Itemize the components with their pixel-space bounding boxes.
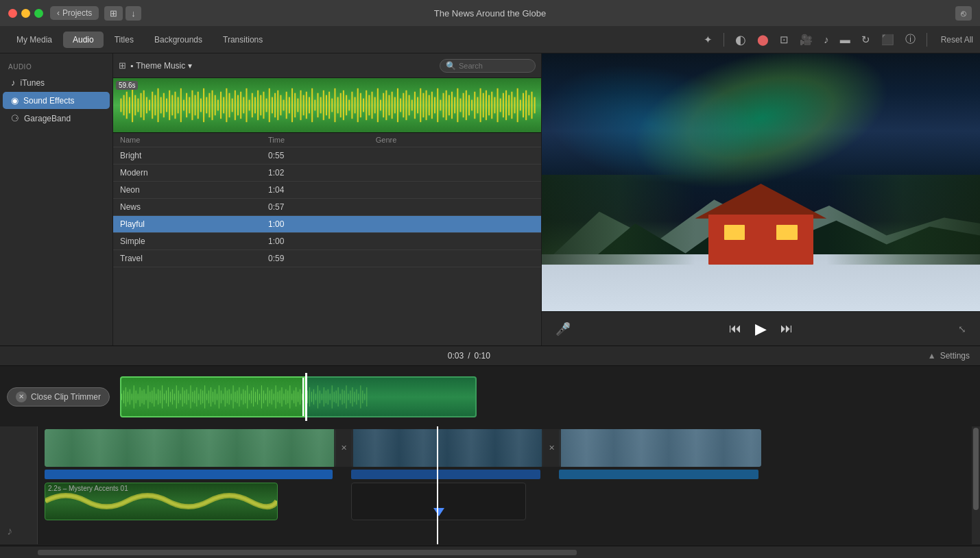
svg-rect-50	[263, 92, 264, 119]
magic-wand-icon[interactable]: ✦	[701, 32, 715, 47]
tab-my-media[interactable]: My Media	[7, 32, 62, 48]
audio-clip-dark[interactable]	[351, 483, 526, 520]
svg-rect-191	[206, 393, 207, 400]
cabin-roof	[695, 184, 827, 219]
svg-rect-60	[291, 88, 293, 122]
tab-titles[interactable]: Titles	[105, 32, 143, 48]
cell-name: Playful	[113, 216, 261, 233]
svg-rect-170	[164, 393, 165, 400]
timeline-position: 0:03 / 0:10	[10, 351, 928, 361]
svg-rect-98	[400, 99, 401, 112]
svg-rect-155	[134, 385, 134, 409]
trimmer-waveform-left	[121, 378, 304, 416]
svg-rect-177	[178, 390, 179, 403]
col-header-genre[interactable]: Genre	[369, 133, 492, 147]
svg-rect-25	[191, 90, 193, 120]
speed-icon[interactable]: ↻	[859, 32, 873, 47]
skip-back-button[interactable]: ⏮	[729, 322, 741, 336]
tab-backgrounds[interactable]: Backgrounds	[145, 32, 212, 48]
breadcrumb-button[interactable]: ▪ Theme Music ▾	[130, 61, 192, 71]
cell-genre	[369, 147, 492, 165]
timeline-scrollbar[interactable]	[972, 426, 980, 544]
transition-marker[interactable]: ✕	[334, 429, 353, 467]
video-track-bar-2	[351, 470, 540, 479]
col-header-name[interactable]: Name	[113, 133, 261, 147]
projects-button[interactable]: ‹ Projects	[50, 6, 99, 20]
col-header-time[interactable]: Time	[261, 133, 369, 147]
volume-icon[interactable]: ♪	[821, 32, 832, 47]
cell-time: 0:59	[261, 250, 369, 267]
svg-rect-28	[200, 99, 202, 112]
svg-rect-113	[442, 93, 444, 118]
table-row[interactable]: Playful 1:00	[113, 216, 541, 233]
camera-icon[interactable]: 🎥	[797, 32, 815, 47]
transition-marker-2[interactable]: ✕	[542, 429, 561, 467]
svg-rect-10	[149, 100, 150, 111]
timeline-scrollbar-thumb[interactable]	[973, 428, 979, 510]
trimmer-clip-left[interactable]	[120, 376, 305, 417]
search-box[interactable]: 🔍	[440, 59, 536, 73]
table-row[interactable]: Simple 1:00	[113, 233, 541, 250]
svg-rect-195	[215, 389, 215, 404]
svg-rect-258	[344, 390, 345, 403]
svg-rect-261	[350, 390, 350, 403]
preview-panel: 🎤 ⏮ ▶ ⏭ ⤡	[542, 53, 980, 345]
play-button[interactable]: ▶	[755, 320, 767, 338]
table-row[interactable]: News 0:57	[113, 199, 541, 216]
crop-icon[interactable]: ⊡	[777, 32, 791, 47]
table-row[interactable]: Modern 1:02	[113, 165, 541, 182]
microphone-button[interactable]: 🎤	[555, 322, 571, 337]
equalizer-icon[interactable]: ▬	[837, 32, 853, 47]
video-clip-cabin[interactable]	[351, 429, 543, 467]
settings-button[interactable]: Settings	[940, 351, 970, 361]
close-clip-trimmer-button[interactable]: ✕ Close Clip Trimmer	[7, 387, 110, 407]
svg-rect-136	[508, 95, 510, 116]
overlay-icon[interactable]: ⬛	[879, 32, 897, 47]
svg-rect-143	[528, 95, 529, 116]
svg-rect-112	[440, 100, 441, 111]
tab-transitions[interactable]: Transitions	[213, 32, 272, 48]
download-icon[interactable]: ↓	[126, 6, 141, 21]
trimmer-clip-right[interactable]	[305, 376, 477, 417]
bottom-scrollbar[interactable]	[0, 546, 980, 558]
music-note-icon: ♪	[7, 525, 12, 537]
layout-toggle-icon[interactable]: ⊞	[104, 6, 123, 21]
video-clip-waterfall[interactable]	[559, 429, 761, 467]
svg-rect-135	[505, 90, 507, 120]
bottom-scrollbar-thumb[interactable]	[38, 550, 577, 555]
svg-rect-3	[129, 97, 130, 114]
svg-rect-45	[249, 100, 250, 111]
table-row[interactable]: Bright 0:55	[113, 147, 541, 165]
video-clip-world-map[interactable]	[45, 429, 336, 467]
svg-rect-79	[346, 95, 347, 116]
info-icon[interactable]: ⓘ	[903, 32, 918, 47]
svg-rect-57	[283, 100, 285, 111]
table-row[interactable]: Travel 0:59	[113, 250, 541, 267]
sidebar-item-sound-effects[interactable]: ◉ Sound Effects	[3, 92, 110, 109]
color-balance-icon[interactable]: ◐	[732, 31, 749, 49]
reset-button[interactable]: Reset All	[941, 35, 973, 45]
svg-rect-213	[251, 390, 252, 403]
sidebar-item-itunes[interactable]: ♪ iTunes	[3, 74, 110, 91]
tab-audio[interactable]: Audio	[63, 32, 104, 48]
svg-rect-139	[517, 88, 518, 122]
skip-forward-button[interactable]: ⏭	[780, 322, 793, 336]
fullscreen-expand-button[interactable]: ⤡	[958, 324, 966, 335]
audio-clip-mystery-accents[interactable]: 2.2s – Mystery Accents 01	[45, 483, 278, 520]
svg-rect-229	[283, 393, 284, 400]
svg-rect-89	[374, 97, 376, 114]
svg-rect-6	[137, 99, 139, 112]
close-button[interactable]	[8, 9, 17, 18]
svg-rect-185	[194, 390, 195, 403]
minimize-button[interactable]	[21, 9, 30, 18]
sidebar-item-garageband[interactable]: ⚆ GarageBand	[3, 110, 110, 127]
grid-toggle-icon[interactable]: ⊞	[119, 60, 126, 71]
svg-rect-228	[282, 387, 283, 407]
share-icon[interactable]: ⎋	[955, 6, 972, 21]
search-input[interactable]	[459, 62, 529, 70]
color-board-icon[interactable]: ⬤	[754, 32, 772, 47]
svg-rect-83	[357, 88, 359, 122]
fullscreen-button[interactable]	[34, 9, 43, 18]
table-row[interactable]: Neon 1:04	[113, 182, 541, 199]
cell-extra	[492, 147, 541, 165]
